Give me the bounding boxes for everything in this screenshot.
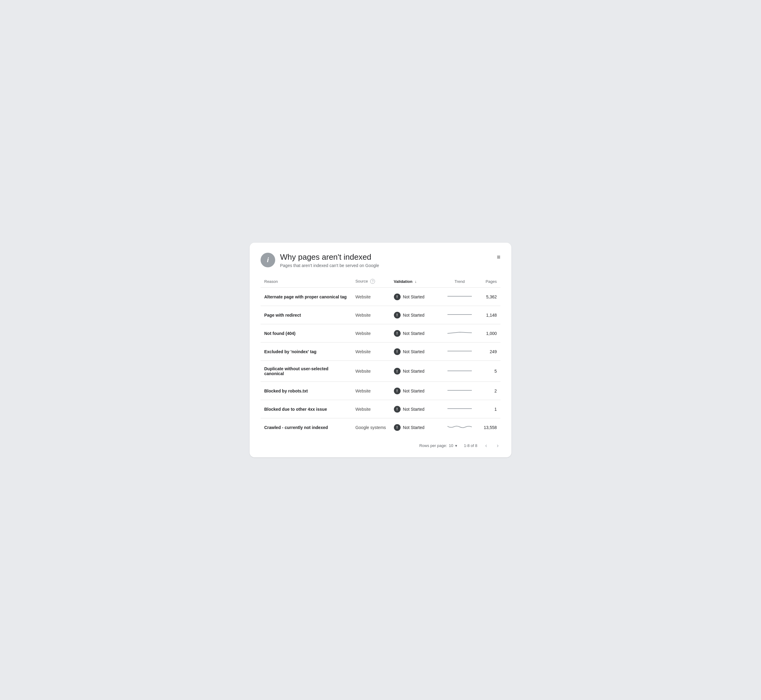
pages-cell: 1 — [476, 400, 501, 418]
source-cell: Website — [352, 361, 390, 382]
reason-cell: Duplicate without user-selected canonica… — [260, 361, 352, 382]
table-row[interactable]: Not found (404) Website ! Not Started 1,… — [260, 324, 501, 342]
trend-svg — [448, 368, 472, 374]
reason-cell: Alternate page with proper canonical tag — [260, 288, 352, 306]
not-started-icon: ! — [394, 424, 401, 431]
source-cell: Website — [352, 288, 390, 306]
validation-cell: ! Not Started — [390, 324, 443, 342]
trend-cell — [443, 400, 476, 418]
filter-icon[interactable]: ≡ — [497, 254, 501, 261]
not-started-label: Not Started — [403, 425, 425, 430]
not-started-icon: ! — [394, 330, 401, 337]
validation-cell: ! Not Started — [390, 400, 443, 418]
not-started-label: Not Started — [403, 369, 425, 373]
pages-cell: 1,000 — [476, 324, 501, 342]
pages-cell: 249 — [476, 342, 501, 361]
pages-cell: 1,148 — [476, 306, 501, 324]
reason-cell: Blocked due to other 4xx issue — [260, 400, 352, 418]
rows-per-page-select[interactable]: 10 ▼ — [449, 443, 458, 448]
not-started-label: Not Started — [403, 313, 425, 317]
table-row[interactable]: Blocked due to other 4xx issue Website !… — [260, 400, 501, 418]
not-started-label: Not Started — [403, 407, 425, 412]
trend-line — [448, 387, 472, 394]
trend-line — [448, 368, 472, 374]
col-trend: Trend — [443, 277, 476, 288]
not-started-icon: ! — [394, 406, 401, 412]
trend-line — [448, 424, 472, 430]
table-row[interactable]: Duplicate without user-selected canonica… — [260, 361, 501, 382]
source-cell: Google systems — [352, 418, 390, 437]
validation-cell: ! Not Started — [390, 382, 443, 400]
col-pages: Pages — [476, 277, 501, 288]
trend-line — [448, 406, 472, 412]
reason-cell: Page with redirect — [260, 306, 352, 324]
not-started-icon: ! — [394, 294, 401, 300]
validation-cell: ! Not Started — [390, 418, 443, 437]
trend-cell — [443, 342, 476, 361]
table-row[interactable]: Alternate page with proper canonical tag… — [260, 288, 501, 306]
pages-cell: 5,362 — [476, 288, 501, 306]
rows-per-page-chevron-icon: ▼ — [454, 444, 458, 448]
page-subtitle: Pages that aren't indexed can't be serve… — [280, 263, 379, 268]
col-reason: Reason — [260, 277, 352, 288]
rows-per-page-value: 10 — [449, 443, 453, 448]
trend-cell — [443, 288, 476, 306]
table-row[interactable]: Excluded by 'noindex' tag Website ! Not … — [260, 342, 501, 361]
trend-cell — [443, 324, 476, 342]
col-validation[interactable]: Validation ↓ — [390, 277, 443, 288]
pages-cell: 13,558 — [476, 418, 501, 437]
source-help-icon[interactable]: ? — [370, 279, 375, 284]
trend-cell — [443, 418, 476, 437]
pages-cell: 2 — [476, 382, 501, 400]
not-started-label: Not Started — [403, 294, 425, 299]
source-cell: Website — [352, 306, 390, 324]
not-started-label: Not Started — [403, 331, 425, 336]
main-card: i Why pages aren't indexed Pages that ar… — [250, 243, 511, 458]
info-icon: i — [260, 253, 275, 267]
trend-cell — [443, 361, 476, 382]
reason-cell: Excluded by 'noindex' tag — [260, 342, 352, 361]
card-header: i Why pages aren't indexed Pages that ar… — [260, 252, 501, 268]
not-started-icon: ! — [394, 388, 401, 394]
rows-per-page-section: Rows per page: 10 ▼ — [419, 443, 457, 448]
reason-cell: Blocked by robots.txt — [260, 382, 352, 400]
header-left: i Why pages aren't indexed Pages that ar… — [260, 252, 379, 268]
trend-svg — [448, 406, 472, 412]
page-title: Why pages aren't indexed — [280, 252, 379, 262]
trend-line — [448, 311, 472, 317]
page-info: 1-8 of 8 — [464, 443, 477, 448]
col-source: Source ? — [352, 277, 390, 288]
pages-cell: 5 — [476, 361, 501, 382]
not-started-icon: ! — [394, 312, 401, 319]
trend-line — [448, 330, 472, 336]
table-row[interactable]: Crawled - currently not indexed Google s… — [260, 418, 501, 437]
validation-cell: ! Not Started — [390, 342, 443, 361]
source-cell: Website — [352, 382, 390, 400]
data-table: Reason Source ? Validation ↓ Trend Pages — [260, 277, 501, 437]
table-row[interactable]: Blocked by robots.txt Website ! Not Star… — [260, 382, 501, 400]
source-cell: Website — [352, 400, 390, 418]
next-page-button[interactable]: › — [495, 441, 501, 450]
not-started-label: Not Started — [403, 349, 425, 354]
trend-svg — [448, 348, 472, 354]
source-cell: Website — [352, 324, 390, 342]
trend-svg — [448, 330, 472, 336]
header-text: Why pages aren't indexed Pages that aren… — [280, 252, 379, 268]
reason-cell: Not found (404) — [260, 324, 352, 342]
trend-cell — [443, 306, 476, 324]
trend-line — [448, 293, 472, 299]
table-header-row: Reason Source ? Validation ↓ Trend Pages — [260, 277, 501, 288]
not-started-label: Not Started — [403, 389, 425, 394]
not-started-icon: ! — [394, 368, 401, 375]
trend-svg — [448, 293, 472, 299]
trend-svg — [448, 424, 472, 430]
reason-cell: Crawled - currently not indexed — [260, 418, 352, 437]
trend-svg — [448, 387, 472, 394]
rows-per-page-label: Rows per page: — [419, 443, 447, 448]
trend-svg — [448, 311, 472, 317]
not-started-icon: ! — [394, 348, 401, 355]
table-footer: Rows per page: 10 ▼ 1-8 of 8 ‹ › — [260, 441, 501, 450]
table-row[interactable]: Page with redirect Website ! Not Started… — [260, 306, 501, 324]
prev-page-button[interactable]: ‹ — [483, 441, 489, 450]
sort-arrow-icon: ↓ — [415, 280, 417, 284]
